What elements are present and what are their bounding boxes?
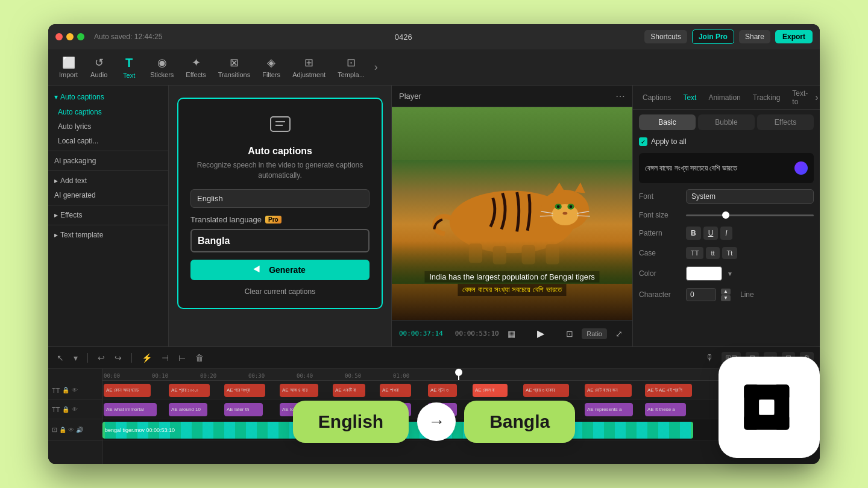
underline-button[interactable]: U (703, 227, 719, 240)
italic-button[interactable]: I (720, 227, 732, 240)
record-button[interactable]: 🎙 (703, 352, 717, 364)
track1-lock-icon[interactable]: 🔒 (62, 387, 69, 393)
clip-2-2[interactable]: AE around 10 (169, 403, 207, 416)
player-menu-icon[interactable]: ⋯ (615, 90, 625, 102)
case-lowercase-button[interactable]: tt (706, 247, 719, 259)
style-basic-button[interactable]: Basic (639, 114, 696, 130)
select-tool[interactable]: ↖ (54, 352, 66, 364)
clip-1-1[interactable]: AE কোন অমর ছাড়ে (104, 384, 151, 397)
undo-button[interactable]: ↩ (95, 352, 107, 364)
sidebar-item-ai-packaging[interactable]: AI packaging (48, 154, 168, 168)
case-uppercase-button[interactable]: TT (686, 247, 703, 259)
playhead[interactable] (458, 369, 459, 380)
ai-button[interactable] (794, 161, 808, 175)
toolbar-template[interactable]: ⊡ Templa... (332, 54, 371, 81)
toolbar-filters[interactable]: ◈ Filters (256, 54, 286, 81)
split-button[interactable]: ⚡ (139, 352, 154, 364)
clip-2-3[interactable]: AE later th (224, 403, 263, 416)
character-increment[interactable]: ▲ (721, 289, 731, 295)
video-track-eye[interactable]: 👁 (68, 427, 74, 433)
clip-1-2[interactable]: AE প্রায় ১০০,০ (169, 384, 210, 397)
sidebar-item-effects[interactable]: ▸ Effects (48, 208, 168, 222)
toolbar-stickers[interactable]: ◉ Stickers (144, 54, 180, 81)
clip-2-7[interactable]: AE Luton (428, 403, 457, 416)
sidebar-item-add-text[interactable]: ▸ Add text (48, 174, 168, 188)
font-size-slider[interactable] (686, 214, 814, 216)
clip-1-8[interactable]: AE বেঙ্গল বা (473, 384, 508, 397)
tabs-more-icon[interactable]: › (815, 92, 818, 103)
maximize-button[interactable] (77, 33, 84, 40)
color-dropdown-icon[interactable]: ▼ (727, 271, 733, 277)
fullscreen-button[interactable]: ⤢ (613, 328, 625, 340)
clip-1-9[interactable]: AE প্রায় ৩ হাকার (523, 384, 569, 397)
clip-1-10[interactable]: AE মোট বাঘের জন (585, 384, 632, 397)
apply-all-checkbox[interactable]: ✓ (639, 137, 647, 146)
toolbar-transitions[interactable]: ⊠ Transitions (212, 54, 256, 81)
sidebar-item-text-template[interactable]: ▸ Text template (48, 228, 168, 242)
toolbar-more-icon[interactable]: › (371, 61, 382, 74)
clip-2-11[interactable]: AE It these a (645, 403, 686, 416)
clip-2-5[interactable]: AE one tig (333, 403, 365, 416)
close-button[interactable] (55, 33, 63, 40)
font-select[interactable]: System Arial Helvetica (686, 189, 814, 204)
play-button[interactable]: ▶ (537, 328, 544, 339)
toolbar-effects[interactable]: ✦ Effects (180, 54, 212, 81)
export-button[interactable]: Export (775, 30, 813, 43)
clip-1-11[interactable]: AE উ AE এই প্রাণি (645, 384, 692, 397)
translated-language-select[interactable]: Bangla Hindi Arabic (190, 229, 370, 252)
shortcuts-button[interactable]: Shortcuts (644, 30, 687, 43)
character-input[interactable] (686, 288, 716, 301)
track2-lock-icon[interactable]: 🔒 (62, 406, 69, 413)
redo-button[interactable]: ↪ (112, 352, 124, 364)
frames-button[interactable]: ▦ (505, 328, 518, 340)
tab-animation[interactable]: Animation (703, 90, 745, 105)
clip-2-6[interactable]: AE is fou (380, 403, 411, 416)
tab-captions[interactable]: Captions (638, 90, 676, 105)
tab-tracking[interactable]: Tracking (748, 90, 785, 105)
clip-2-9[interactable]: AE with aroun (523, 403, 569, 416)
video-clip[interactable]: bengal tiger.mov 00:00:53:10 (102, 422, 693, 439)
toolbar-audio[interactable]: ↺ Audio (84, 54, 114, 81)
video-track-lock[interactable]: 🔒 (59, 427, 66, 433)
clip-1-3[interactable]: AE পরে সংখ্যা (224, 384, 265, 397)
ratio-button[interactable]: Ratio (582, 328, 607, 339)
tab-text[interactable]: Text (678, 90, 701, 105)
sidebar-section-auto-captions[interactable]: ▾ Auto captions (48, 89, 168, 105)
style-effects-button[interactable]: Effects (757, 114, 814, 130)
generate-button[interactable]: Generate (190, 260, 370, 280)
join-pro-button[interactable]: Join Pro (692, 30, 734, 44)
toolbar-adjustment[interactable]: ⊞ Adjustment (286, 54, 332, 81)
clip-1-6[interactable]: AE পাওরা (380, 384, 411, 397)
case-capitalize-button[interactable]: Tt (722, 247, 738, 259)
clip-2-10[interactable]: AE represents a (585, 403, 633, 416)
toolbar-text[interactable]: T Text (114, 54, 144, 81)
tab-text-to[interactable]: Text-to (787, 86, 813, 110)
track2-eye-icon[interactable]: 👁 (72, 406, 78, 413)
share-button[interactable]: Share (739, 30, 770, 43)
color-swatch[interactable] (686, 266, 722, 281)
style-bubble-button[interactable]: Bubble (698, 114, 755, 130)
language-select[interactable]: English Chinese Spanish French (190, 189, 370, 208)
trim-right-button[interactable]: ⊢ (176, 352, 188, 364)
track1-eye-icon[interactable]: 👁 (72, 387, 78, 393)
clip-1-4[interactable]: AE আজ ৪ হার (280, 384, 318, 397)
trim-left-button[interactable]: ⊣ (159, 352, 171, 364)
minimize-button[interactable] (66, 33, 74, 40)
delete-button[interactable]: 🗑 (193, 352, 206, 364)
bold-button[interactable]: B (686, 227, 701, 240)
screenshot-button[interactable]: ⊡ (564, 328, 576, 340)
clip-1-5[interactable]: AE একটি বা (333, 384, 365, 397)
clear-captions-button[interactable]: Clear current captions (190, 285, 370, 298)
clip-2-4[interactable]: AE today less (280, 403, 318, 416)
clip-2-1[interactable]: AE what immortal (104, 403, 157, 416)
timeline-scroll[interactable]: 00:00 00:10 00:20 00:30 00:40 00:50 01:0… (102, 369, 820, 464)
sidebar-item-local-captions[interactable]: Local capti... (48, 134, 168, 148)
clip-2-8[interactable]: AE India ha (473, 403, 508, 416)
sidebar-item-auto-captions[interactable]: Auto captions (48, 105, 168, 119)
clip-1-7[interactable]: AE লুটন ৩ (428, 384, 457, 397)
sidebar-item-ai-generated[interactable]: AI generated (48, 188, 168, 202)
ruler-01-00: 01:00 (392, 373, 440, 379)
sidebar-item-auto-lyrics[interactable]: Auto lyrics (48, 119, 168, 134)
toolbar-import[interactable]: ⬜ Import (53, 54, 84, 81)
character-decrement[interactable]: ▼ (721, 295, 731, 301)
